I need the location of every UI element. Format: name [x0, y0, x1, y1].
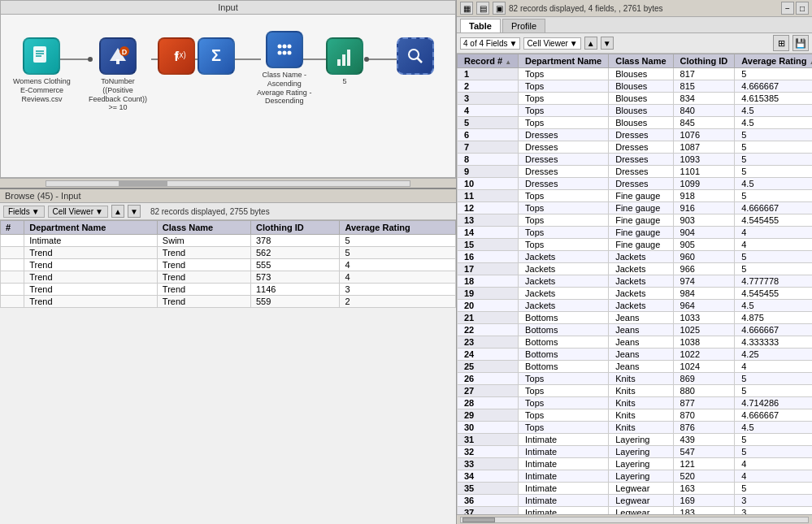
- cell-avg-rating: 4.666667: [735, 409, 812, 422]
- col-rating[interactable]: Average Rating: [340, 221, 456, 235]
- profile-icon[interactable]: ▣: [493, 2, 506, 15]
- data-table-row: 1 Tops Blouses 817 5: [458, 68, 813, 80]
- horizontal-scrollbar[interactable]: [0, 178, 456, 188]
- data-table-row: 27 Tops Knits 880 5: [458, 385, 813, 397]
- cell-id: 573: [251, 271, 340, 284]
- table-icon[interactable]: ▤: [476, 2, 489, 15]
- col-num[interactable]: #: [1, 221, 24, 235]
- scrollbar-thumb[interactable]: [462, 518, 495, 522]
- cell-avg-rating: 5: [735, 129, 812, 141]
- cell-viewer-right-dropdown[interactable]: Cell Viewer ▼: [523, 37, 580, 50]
- cell-class: Blouses: [609, 105, 673, 117]
- right-down-btn[interactable]: ▼: [601, 37, 614, 50]
- svg-rect-17: [116, 59, 119, 64]
- cell-clothing-id: 870: [673, 409, 735, 422]
- cell-avg-rating: 5: [735, 446, 812, 458]
- cell-record: 32: [458, 446, 519, 458]
- cell-class: Legwear: [609, 483, 673, 495]
- cell-record: 14: [458, 227, 519, 239]
- cell-class: Trend: [157, 271, 250, 284]
- data-table-row: 15 Tops Fine gauge 905 4: [458, 239, 813, 251]
- filter-node[interactable]: D ToNumber ((Positive Feedback Count)) >…: [89, 37, 147, 112]
- data-table-row: 13 Tops Fine gauge 903 4.545455: [458, 214, 813, 227]
- cell-dept: Tops: [519, 190, 609, 202]
- sort-node[interactable]: Class Name - Ascending Average Rating - …: [257, 31, 311, 106]
- filter-label: ToNumber ((Positive Feedback Count)) >= …: [89, 77, 147, 112]
- cell-viewer-dropdown[interactable]: Cell Viewer ▼: [48, 206, 108, 218]
- right-status-text: 82 records displayed, 4 fields, , 2761 b…: [509, 4, 663, 13]
- cell-clothing-id: 905: [673, 239, 735, 251]
- data-table-row: 16 Jackets Jackets 960 5: [458, 251, 813, 263]
- cell-avg-rating: 4: [735, 361, 812, 373]
- cell-class: Dresses: [609, 166, 673, 178]
- cell-id: 562: [251, 247, 340, 259]
- cell-class: Knits: [609, 422, 673, 434]
- th-clothing-id[interactable]: Clothing ID: [673, 54, 735, 68]
- cell-dept: Bottoms: [519, 336, 609, 349]
- data-table-row: 3 Tops Blouses 834 4.615385: [458, 93, 813, 105]
- restore-btn[interactable]: □: [796, 2, 809, 15]
- cell-avg-rating: 4.545455: [735, 288, 812, 300]
- col-id[interactable]: Clothing ID: [251, 221, 340, 235]
- tab-profile[interactable]: Profile: [502, 19, 545, 32]
- col-dept[interactable]: Department Name: [24, 221, 158, 235]
- cell-record: 37: [458, 507, 519, 515]
- fields-dropdown[interactable]: Fields ▼: [3, 206, 45, 218]
- formula-node[interactable]: f (x): [158, 37, 195, 75]
- cell-class: Dresses: [609, 178, 673, 190]
- scrollbar-track[interactable]: [460, 517, 809, 523]
- cell-dept: Dresses: [519, 178, 609, 190]
- th-record[interactable]: Record # ▲: [458, 54, 519, 68]
- export-icon[interactable]: ⊞: [773, 35, 789, 51]
- cell-class: Trend: [157, 247, 250, 259]
- data-table-row: 9 Dresses Dresses 1101 5: [458, 166, 813, 178]
- save-icon[interactable]: 💾: [792, 35, 809, 51]
- svg-point-27: [282, 51, 286, 55]
- cell-avg-rating: 4: [735, 470, 812, 483]
- summarize-node[interactable]: Σ: [198, 37, 235, 75]
- cell-dept: Tops: [519, 227, 609, 239]
- grid-icon[interactable]: ▦: [460, 2, 473, 15]
- cell-record: 3: [458, 93, 519, 105]
- data-table-row: 21 Bottoms Jeans 1033 4.875: [458, 312, 813, 324]
- cell-clothing-id: 163: [673, 483, 735, 495]
- cell-clothing-id: 1101: [673, 166, 735, 178]
- first5-node[interactable]: 5: [326, 37, 363, 86]
- down-arrow-btn[interactable]: ▼: [128, 205, 141, 218]
- cell-dept: Trend: [24, 284, 158, 296]
- cell-class: Jackets: [609, 263, 673, 275]
- cell-clothing-id: 903: [673, 214, 735, 227]
- cell-dept: Dresses: [519, 129, 609, 141]
- browse-node[interactable]: [397, 37, 434, 75]
- cell-class: Blouses: [609, 80, 673, 93]
- cell-dept: Dresses: [519, 166, 609, 178]
- cell-viewer-label: Cell Viewer: [53, 207, 93, 216]
- bottom-scrollbar[interactable]: [457, 514, 812, 524]
- fields-count-dropdown[interactable]: 4 of 4 Fields ▼: [460, 37, 520, 50]
- cell-dept: Dresses: [519, 141, 609, 154]
- cell-avg-rating: 4.777778: [735, 275, 812, 288]
- col-class[interactable]: Class Name: [157, 221, 250, 235]
- csv-icon: [23, 37, 60, 75]
- th-classname[interactable]: Class Name: [609, 54, 673, 68]
- cell-avg-rating: 4.5: [735, 117, 812, 129]
- minimize-btn[interactable]: −: [781, 2, 794, 15]
- tab-table[interactable]: Table: [460, 19, 501, 32]
- cell-clothing-id: 439: [673, 434, 735, 446]
- cell-rating: 4: [340, 271, 456, 284]
- svg-point-23: [277, 45, 281, 49]
- csv-node[interactable]: Womens Clothing E-Commerce Reviews.csv: [13, 37, 71, 103]
- cell-clothing-id: 966: [673, 263, 735, 275]
- cell-class: Legwear: [609, 495, 673, 507]
- right-up-btn[interactable]: ▲: [584, 37, 597, 50]
- th-department[interactable]: Department Name: [519, 54, 609, 68]
- cell-rating: 4: [340, 259, 456, 271]
- data-table-row: 34 Intimate Layering 520 4: [458, 470, 813, 483]
- cell-record: 36: [458, 495, 519, 507]
- cell-class: Blouses: [609, 68, 673, 80]
- cell-rating: 5: [340, 235, 456, 247]
- cell-dept: Bottoms: [519, 324, 609, 336]
- cell-dept: Jackets: [519, 263, 609, 275]
- th-avg-rating[interactable]: Average Rating ▲: [735, 54, 812, 68]
- up-arrow-btn[interactable]: ▲: [111, 205, 124, 218]
